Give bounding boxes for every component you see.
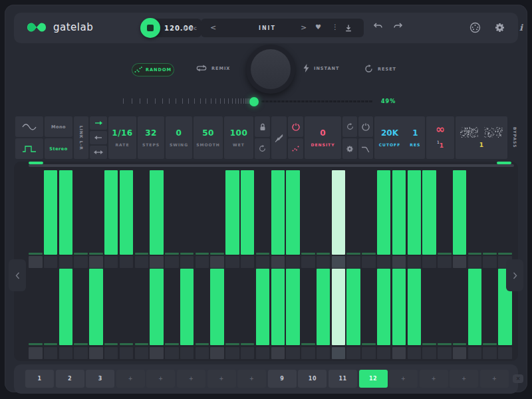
gate-bar-bottom-step-17[interactable]: [271, 269, 285, 345]
preset-prev-button[interactable]: <: [210, 23, 216, 32]
step-cell-bottom-19[interactable]: [301, 347, 315, 359]
gate-bar-bottom-step-7-empty[interactable]: [120, 343, 134, 345]
gate-bar-bottom-step-21[interactable]: [332, 269, 346, 345]
step-cell-top-3[interactable]: [59, 256, 73, 268]
relock-cycle-button[interactable]: [255, 138, 270, 159]
density-random-button[interactable]: [288, 138, 303, 159]
gate-bar-bottom-step-18[interactable]: [286, 269, 300, 345]
smooth-control[interactable]: 50 SMOOTH: [194, 116, 223, 159]
gate-bar-top-step-25[interactable]: [392, 170, 406, 255]
direction-right-button[interactable]: [90, 116, 107, 130]
save-download-icon[interactable]: [344, 24, 352, 32]
gate-bar-top-step-32-empty[interactable]: [498, 253, 512, 255]
pattern-slot-13[interactable]: +: [389, 370, 418, 388]
instant-button[interactable]: INSTANT: [303, 64, 339, 72]
pattern-slot-4[interactable]: +: [116, 370, 145, 388]
pattern-slot-6[interactable]: +: [177, 370, 205, 388]
step-cell-top-18[interactable]: [286, 256, 300, 268]
preset-name[interactable]: INIT: [241, 25, 294, 31]
gate-bar-bottom-step-23-empty[interactable]: [362, 343, 376, 345]
preset-menu-kebab-icon[interactable]: ⋮: [332, 23, 338, 31]
step-cell-bottom-14[interactable]: [225, 347, 239, 359]
main-knob[interactable]: [246, 45, 295, 94]
midi-icon[interactable]: [469, 22, 481, 33]
gate-bar-bottom-step-19-empty[interactable]: [301, 343, 315, 345]
step-cell-bottom-8[interactable]: [135, 347, 149, 359]
pattern-slot-1[interactable]: 1: [25, 370, 54, 388]
stop-button[interactable]: [140, 18, 160, 38]
step-cell-bottom-9[interactable]: [150, 347, 164, 359]
step-cell-top-11[interactable]: [180, 256, 194, 268]
info-icon[interactable]: i: [519, 23, 523, 33]
gate-bar-bottom-step-24[interactable]: [377, 269, 391, 345]
gate-bar-top-step-21[interactable]: [332, 170, 346, 255]
gate-bar-bottom-step-5[interactable]: [89, 269, 103, 345]
gate-bar-top-step-27[interactable]: [422, 170, 436, 255]
step-cell-bottom-20[interactable]: [317, 347, 331, 359]
step-cell-top-23[interactable]: [362, 256, 376, 268]
step-cell-bottom-13[interactable]: [210, 347, 224, 359]
pattern-slot-16[interactable]: +: [480, 370, 509, 388]
step-cell-bottom-5[interactable]: [89, 347, 103, 359]
repeat-count-control[interactable]: ∞ 11: [426, 116, 454, 159]
step-cell-top-15[interactable]: [241, 256, 255, 268]
step-cell-bottom-21[interactable]: [332, 347, 346, 359]
gate-bar-top-step-6[interactable]: [104, 170, 118, 255]
step-cell-bottom-1[interactable]: [29, 347, 43, 359]
pattern-slot-9[interactable]: 9: [268, 370, 297, 388]
step-cell-top-5[interactable]: [89, 256, 103, 268]
step-cell-bottom-18[interactable]: [286, 347, 300, 359]
gate-bar-bottom-step-20[interactable]: [317, 269, 331, 345]
gate-bar-bottom-step-11[interactable]: [180, 269, 194, 345]
step-cell-top-31[interactable]: [483, 256, 497, 268]
step-cell-top-22[interactable]: [346, 256, 360, 268]
step-cell-top-20[interactable]: [317, 256, 331, 268]
step-cell-bottom-17[interactable]: [271, 347, 285, 359]
gate-bar-top-step-1-empty[interactable]: [29, 253, 43, 255]
pattern-slot-15[interactable]: +: [450, 370, 478, 388]
step-cell-bottom-15[interactable]: [241, 347, 255, 359]
step-cell-top-1[interactable]: [29, 256, 43, 268]
gate-bar-top-step-18[interactable]: [286, 170, 300, 255]
gate-bar-top-step-9[interactable]: [150, 170, 164, 255]
noise-variation-control[interactable]: 1: [456, 116, 507, 159]
step-cell-bottom-26[interactable]: [408, 347, 422, 359]
step-cell-bottom-32[interactable]: [498, 347, 512, 359]
gate-bar-top-step-7[interactable]: [120, 170, 134, 255]
mono-button[interactable]: Mono: [45, 116, 72, 137]
gate-bar-top-step-22-empty[interactable]: [346, 253, 360, 255]
redo-button[interactable]: [393, 23, 403, 30]
gate-bar-bottom-step-26[interactable]: [408, 269, 422, 345]
direction-left-button[interactable]: [90, 131, 107, 144]
pattern-slot-8[interactable]: +: [237, 370, 266, 388]
gate-bar-top-step-8-empty[interactable]: [135, 253, 149, 255]
step-cell-top-21[interactable]: [332, 256, 346, 268]
gate-bar-bottom-step-16[interactable]: [256, 269, 270, 345]
amount-slider-handle[interactable]: [249, 97, 259, 106]
gate-bar-bottom-step-12-empty[interactable]: [196, 343, 209, 345]
gate-bar-top-step-13-empty[interactable]: [210, 253, 224, 255]
filter-settings-button[interactable]: [342, 138, 357, 159]
gate-bar-top-step-10-empty[interactable]: [165, 253, 179, 255]
gate-bar-top-step-19-empty[interactable]: [301, 253, 315, 255]
gate-bar-top-step-28-empty[interactable]: [438, 253, 452, 255]
gate-bar-bottom-step-30[interactable]: [468, 269, 482, 345]
step-cell-bottom-10[interactable]: [165, 347, 179, 359]
step-cell-top-26[interactable]: [408, 256, 422, 268]
pattern-slot-14[interactable]: +: [420, 370, 448, 388]
step-cell-top-4[interactable]: [74, 256, 88, 268]
gate-bar-top-step-26[interactable]: [408, 170, 422, 255]
wave-sine-button[interactable]: [15, 116, 43, 137]
step-cell-bottom-2[interactable]: [44, 347, 58, 359]
favorite-heart-icon[interactable]: ♥: [315, 23, 321, 31]
gate-bar-bottom-step-8-empty[interactable]: [135, 343, 149, 345]
remix-button[interactable]: REMIX: [196, 65, 230, 72]
filter-type-button[interactable]: [358, 138, 373, 159]
step-cell-bottom-23[interactable]: [362, 347, 376, 359]
gate-bar-top-step-11-empty[interactable]: [180, 253, 194, 255]
step-cell-bottom-30[interactable]: [468, 347, 482, 359]
step-cell-bottom-22[interactable]: [346, 347, 360, 359]
pattern-slot-10[interactable]: 10: [298, 370, 327, 388]
step-cell-bottom-24[interactable]: [377, 347, 391, 359]
step-cell-top-9[interactable]: [150, 256, 164, 268]
